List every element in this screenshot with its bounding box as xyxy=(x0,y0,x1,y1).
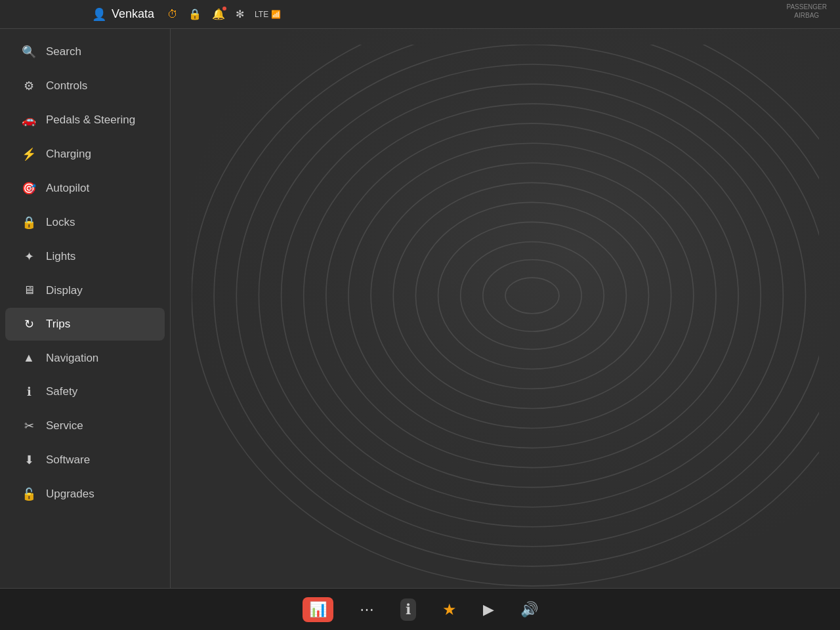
taskbar: 📊 ⋯ ℹ ★ ▶ 🔊 xyxy=(0,588,840,630)
sidebar-label-charging: Charging xyxy=(46,148,91,161)
svg-point-5 xyxy=(393,182,671,408)
content-area: Current Drive Reset ✓ Show in Trips Card… xyxy=(171,29,840,588)
svg-point-14 xyxy=(192,45,819,586)
svg-point-11 xyxy=(259,64,805,527)
svg-point-7 xyxy=(348,143,716,448)
svg-point-3 xyxy=(438,222,627,369)
user-info: 👤 Venkata ⏱ 🔒 🔔 ✻ LTE 📶 xyxy=(13,7,827,22)
sidebar-item-charging[interactable]: ⚡ Charging xyxy=(5,138,165,171)
sidebar-label-locks: Locks xyxy=(46,216,75,229)
sidebar-item-autopilot[interactable]: 🎯 Autopilot xyxy=(5,172,165,205)
search-icon: 🔍 xyxy=(21,45,37,59)
trips-icon: ↻ xyxy=(21,317,37,331)
svg-point-0 xyxy=(505,278,559,314)
taskbar-volume-icon[interactable]: 🔊 xyxy=(520,601,538,618)
sidebar-item-display[interactable]: 🖥 Display xyxy=(5,274,165,306)
lte-signal: LTE 📶 xyxy=(255,10,280,19)
sidebar-item-navigation[interactable]: ▲ Navigation xyxy=(5,342,165,374)
passenger-airbag-label: PASSENGER AIRBAG xyxy=(787,3,828,20)
svg-point-4 xyxy=(415,202,648,388)
service-icon: ✂ xyxy=(21,419,37,433)
top-bar: 👤 Venkata ⏱ 🔒 🔔 ✻ LTE 📶 PASSENGER AIRBAG xyxy=(0,0,840,29)
sidebar-item-safety[interactable]: ℹ Safety xyxy=(5,375,165,408)
sidebar-label-pedals: Pedals & Steering xyxy=(46,114,135,127)
sidebar-item-locks[interactable]: 🔒 Locks xyxy=(5,206,165,239)
sidebar-item-upgrades[interactable]: 🔓 Upgrades xyxy=(5,478,165,511)
navigation-icon: ▲ xyxy=(21,351,37,365)
upgrades-icon: 🔓 xyxy=(21,487,37,501)
sidebar-label-autopilot: Autopilot xyxy=(46,182,89,195)
svg-point-12 xyxy=(236,45,819,547)
sidebar-label-safety: Safety xyxy=(46,385,77,398)
svg-point-8 xyxy=(326,123,738,467)
bell-icon: 🔔 xyxy=(212,8,225,20)
svg-point-1 xyxy=(483,260,581,331)
charging-icon: ⚡ xyxy=(21,147,37,161)
taskbar-info-icon[interactable]: ℹ xyxy=(400,598,416,621)
taskbar-stats-icon[interactable]: 📊 xyxy=(303,597,333,622)
main-container: 🔍 Search ⚙ Controls 🚗 Pedals & Steering … xyxy=(0,29,840,588)
controls-icon: ⚙ xyxy=(21,79,37,93)
svg-point-9 xyxy=(304,104,761,488)
username: Venkata xyxy=(112,7,154,21)
sidebar-label-search: Search xyxy=(46,45,81,58)
sidebar-label-controls: Controls xyxy=(46,79,87,93)
safety-icon: ℹ xyxy=(21,385,37,399)
software-icon: ⬇ xyxy=(21,453,37,467)
svg-point-13 xyxy=(214,45,819,566)
sidebar-item-lights[interactable]: ✦ Lights xyxy=(5,240,165,273)
lights-icon: ✦ xyxy=(21,249,37,264)
svg-point-10 xyxy=(282,84,784,507)
sidebar-item-trips[interactable]: ↻ Trips xyxy=(5,308,165,341)
sidebar: 🔍 Search ⚙ Controls 🚗 Pedals & Steering … xyxy=(0,29,171,588)
taskbar-play-icon[interactable]: ▶ xyxy=(483,601,494,618)
sidebar-item-service[interactable]: ✂ Service xyxy=(5,410,165,442)
sidebar-label-upgrades: Upgrades xyxy=(46,488,94,501)
bluetooth-icon: ✻ xyxy=(236,8,244,20)
sidebar-label-display: Display xyxy=(46,284,83,297)
pedals-icon: 🚗 xyxy=(21,113,37,127)
display-icon: 🖥 xyxy=(21,284,37,297)
sidebar-label-navigation: Navigation xyxy=(46,352,98,365)
sidebar-item-pedals[interactable]: 🚗 Pedals & Steering xyxy=(5,104,165,136)
sidebar-item-software[interactable]: ⬇ Software xyxy=(5,444,165,476)
sidebar-item-controls[interactable]: ⚙ Controls xyxy=(5,70,165,102)
taskbar-more-icon[interactable]: ⋯ xyxy=(360,601,374,618)
sidebar-label-lights: Lights xyxy=(46,250,75,263)
sidebar-label-service: Service xyxy=(46,419,83,432)
sidebar-label-trips: Trips xyxy=(46,318,70,331)
autopilot-icon: 🎯 xyxy=(21,181,37,196)
timer-icon: ⏱ xyxy=(167,9,178,20)
svg-point-6 xyxy=(371,163,694,428)
svg-point-2 xyxy=(461,242,604,349)
sidebar-item-search[interactable]: 🔍 Search xyxy=(5,35,165,68)
lock-icon-top: 🔒 xyxy=(188,8,201,20)
taskbar-star-icon[interactable]: ★ xyxy=(442,600,457,619)
user-icon: 👤 xyxy=(92,7,106,22)
sidebar-label-software: Software xyxy=(46,453,90,467)
locks-icon: 🔒 xyxy=(21,215,37,230)
